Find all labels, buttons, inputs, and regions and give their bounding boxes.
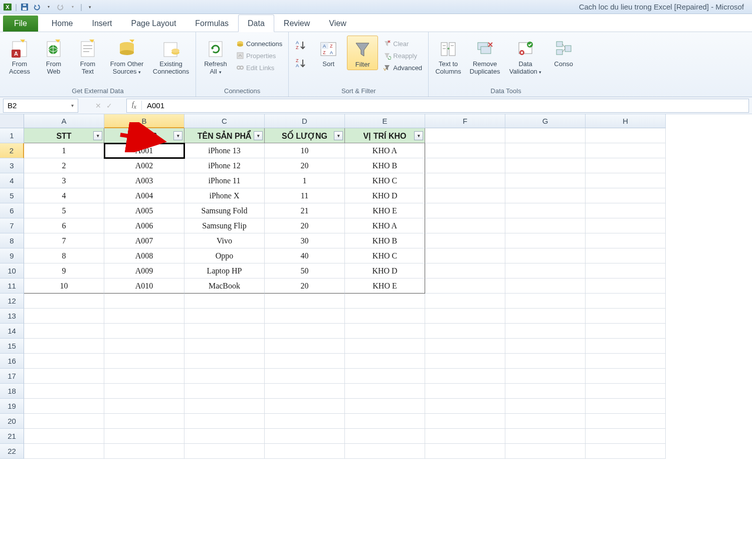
- cell[interactable]: [425, 444, 505, 459]
- cell[interactable]: [345, 414, 425, 429]
- cell[interactable]: iPhone 12: [184, 158, 265, 173]
- cell[interactable]: [586, 414, 666, 429]
- connections-button[interactable]: Connections: [234, 39, 284, 49]
- tab-review[interactable]: Review: [274, 15, 319, 32]
- cell[interactable]: [586, 369, 666, 384]
- chevron-down-icon[interactable]: ▾: [71, 103, 74, 108]
- filter-button[interactable]: Filter: [347, 36, 378, 70]
- column-header[interactable]: A: [24, 114, 104, 128]
- cell[interactable]: [425, 188, 505, 203]
- cell[interactable]: SỐ LƯỢNG▾: [265, 128, 345, 143]
- cell[interactable]: 11: [265, 188, 345, 203]
- cell[interactable]: iPhone 13: [184, 143, 265, 158]
- row-header[interactable]: 18: [0, 384, 24, 399]
- cell[interactable]: [24, 324, 104, 339]
- cell[interactable]: [425, 128, 505, 143]
- cell[interactable]: [586, 233, 666, 248]
- cell[interactable]: [586, 128, 666, 143]
- cell[interactable]: [586, 248, 666, 263]
- cell[interactable]: [505, 263, 586, 278]
- row-header[interactable]: 4: [0, 173, 24, 188]
- cell[interactable]: [425, 218, 505, 233]
- cell[interactable]: A004: [104, 188, 184, 203]
- row-header[interactable]: 5: [0, 188, 24, 203]
- cell[interactable]: [505, 233, 586, 248]
- cell[interactable]: 8: [24, 248, 104, 263]
- cell[interactable]: KHO C: [345, 173, 425, 188]
- row-header[interactable]: 12: [0, 294, 24, 309]
- tab-data[interactable]: Data: [238, 15, 274, 32]
- undo-icon[interactable]: [32, 3, 41, 12]
- cell[interactable]: [24, 444, 104, 459]
- select-all-corner[interactable]: [0, 114, 24, 128]
- cell[interactable]: A002: [104, 158, 184, 173]
- cell[interactable]: [265, 324, 345, 339]
- cell[interactable]: [104, 399, 184, 414]
- cell[interactable]: [345, 384, 425, 399]
- cell[interactable]: KHO A: [345, 143, 425, 158]
- cell[interactable]: A007: [104, 233, 184, 248]
- cell[interactable]: [586, 444, 666, 459]
- cell[interactable]: [505, 324, 586, 339]
- cell[interactable]: [425, 173, 505, 188]
- cell[interactable]: [586, 188, 666, 203]
- cell[interactable]: [184, 429, 265, 444]
- redo-dropdown-icon[interactable]: ▾: [68, 3, 77, 12]
- cell[interactable]: Vivo: [184, 233, 265, 248]
- undo-dropdown-icon[interactable]: ▾: [44, 3, 53, 12]
- cell[interactable]: [425, 414, 505, 429]
- cell[interactable]: Laptop HP: [184, 263, 265, 278]
- cell[interactable]: [24, 309, 104, 324]
- row-header[interactable]: 3: [0, 158, 24, 173]
- cell[interactable]: [24, 294, 104, 309]
- cell[interactable]: [345, 324, 425, 339]
- cell[interactable]: [24, 354, 104, 369]
- cell[interactable]: [104, 354, 184, 369]
- remove-duplicates-button[interactable]: Remove Duplicates: [467, 36, 503, 77]
- column-header[interactable]: H: [586, 114, 666, 128]
- data-validation-button[interactable]: Data Validation ▾: [506, 36, 545, 77]
- cell[interactable]: A008: [104, 248, 184, 263]
- name-box[interactable]: B2 ▾: [3, 99, 78, 113]
- tab-formulas[interactable]: Formulas: [185, 15, 238, 32]
- tab-page-layout[interactable]: Page Layout: [121, 15, 185, 32]
- cell[interactable]: [184, 324, 265, 339]
- cell[interactable]: [505, 294, 586, 309]
- cell[interactable]: [265, 354, 345, 369]
- refresh-all-button[interactable]: Refresh All ▾: [200, 36, 231, 77]
- from-text-button[interactable]: From Text: [72, 36, 103, 77]
- cell[interactable]: [586, 203, 666, 218]
- filter-dropdown-icon[interactable]: ▾: [93, 131, 102, 140]
- formula-bar[interactable]: fx A001: [126, 99, 749, 113]
- cell[interactable]: [24, 384, 104, 399]
- worksheet-grid[interactable]: ABCDEFGH1STT▾MÃ SP▾TÊN SẢN PHẨ▾SỐ LƯỢNG▾…: [0, 114, 752, 459]
- cell[interactable]: [505, 309, 586, 324]
- cell[interactable]: [505, 218, 586, 233]
- cell[interactable]: [425, 369, 505, 384]
- row-header[interactable]: 19: [0, 399, 24, 414]
- cell[interactable]: 6: [24, 218, 104, 233]
- cell[interactable]: [425, 309, 505, 324]
- cell[interactable]: [586, 429, 666, 444]
- cell[interactable]: [184, 294, 265, 309]
- cell[interactable]: [425, 248, 505, 263]
- cell[interactable]: 9: [24, 263, 104, 278]
- row-header[interactable]: 6: [0, 203, 24, 218]
- cell[interactable]: [425, 233, 505, 248]
- cell[interactable]: [265, 444, 345, 459]
- cell[interactable]: A010: [104, 278, 184, 294]
- cell[interactable]: 1: [24, 143, 104, 158]
- cell[interactable]: 7: [24, 233, 104, 248]
- cell[interactable]: KHO B: [345, 233, 425, 248]
- cell[interactable]: A001: [104, 143, 184, 158]
- cell[interactable]: [104, 444, 184, 459]
- text-to-columns-button[interactable]: Text to Columns: [433, 36, 464, 77]
- cell[interactable]: [345, 369, 425, 384]
- filter-dropdown-icon[interactable]: ▾: [414, 131, 423, 140]
- cell[interactable]: [104, 339, 184, 354]
- cell[interactable]: A009: [104, 263, 184, 278]
- cell[interactable]: [505, 173, 586, 188]
- cell[interactable]: [505, 339, 586, 354]
- cell[interactable]: [345, 429, 425, 444]
- cell[interactable]: [184, 354, 265, 369]
